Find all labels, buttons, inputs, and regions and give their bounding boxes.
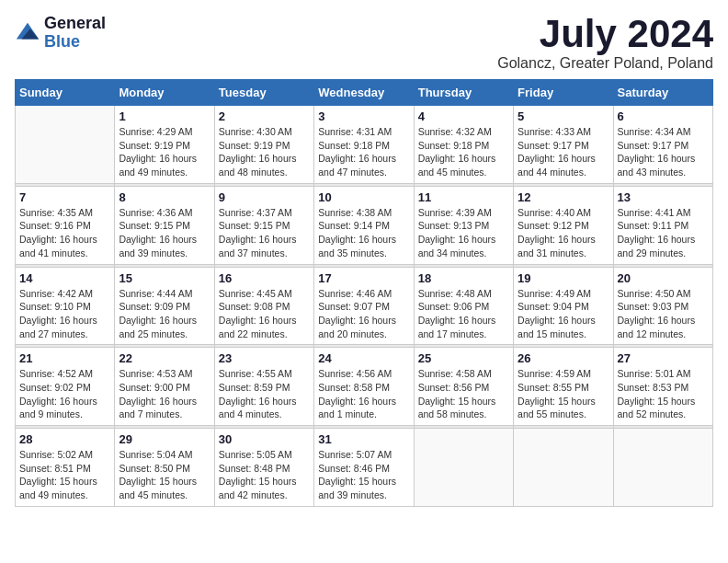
table-row: 21Sunrise: 4:52 AMSunset: 9:02 PMDayligh…	[16, 348, 115, 426]
table-row: 5Sunrise: 4:33 AMSunset: 9:17 PMDaylight…	[514, 106, 613, 184]
day-number: 17	[318, 271, 409, 285]
table-row: 24Sunrise: 4:56 AMSunset: 8:58 PMDayligh…	[314, 348, 414, 426]
day-info: Sunrise: 4:58 AMSunset: 8:56 PMDaylight:…	[418, 367, 509, 421]
table-row: 16Sunrise: 4:45 AMSunset: 9:08 PMDayligh…	[214, 267, 313, 345]
table-row: 29Sunrise: 5:04 AMSunset: 8:50 PMDayligh…	[115, 429, 214, 507]
table-row: 8Sunrise: 4:36 AMSunset: 9:15 PMDaylight…	[115, 186, 214, 264]
day-info: Sunrise: 4:59 AMSunset: 8:55 PMDaylight:…	[518, 367, 609, 421]
day-info: Sunrise: 4:40 AMSunset: 9:12 PMDaylight:…	[518, 206, 609, 260]
col-tuesday: Tuesday	[214, 80, 313, 106]
calendar-header-row: Sunday Monday Tuesday Wednesday Thursday…	[16, 80, 713, 106]
day-number: 25	[418, 351, 509, 365]
day-info: Sunrise: 5:02 AMSunset: 8:51 PMDaylight:…	[19, 448, 110, 502]
day-info: Sunrise: 4:56 AMSunset: 8:58 PMDaylight:…	[318, 367, 409, 421]
day-info: Sunrise: 5:05 AMSunset: 8:48 PMDaylight:…	[219, 448, 310, 502]
day-number: 4	[418, 109, 509, 123]
day-info: Sunrise: 4:32 AMSunset: 9:18 PMDaylight:…	[418, 125, 509, 179]
col-wednesday: Wednesday	[314, 80, 414, 106]
table-row: 15Sunrise: 4:44 AMSunset: 9:09 PMDayligh…	[115, 267, 214, 345]
day-number: 16	[219, 271, 310, 285]
day-number: 30	[219, 432, 310, 446]
day-info: Sunrise: 4:31 AMSunset: 9:18 PMDaylight:…	[318, 125, 409, 179]
calendar-table: Sunday Monday Tuesday Wednesday Thursday…	[15, 79, 713, 507]
day-number: 20	[618, 271, 709, 285]
col-saturday: Saturday	[613, 80, 712, 106]
table-row: 12Sunrise: 4:40 AMSunset: 9:12 PMDayligh…	[514, 186, 613, 264]
day-info: Sunrise: 4:30 AMSunset: 9:19 PMDaylight:…	[219, 125, 310, 179]
table-row: 31Sunrise: 5:07 AMSunset: 8:46 PMDayligh…	[314, 429, 414, 507]
table-row: 17Sunrise: 4:46 AMSunset: 9:07 PMDayligh…	[314, 267, 414, 345]
table-row: 27Sunrise: 5:01 AMSunset: 8:53 PMDayligh…	[613, 348, 712, 426]
table-row	[16, 106, 115, 184]
logo-blue: Blue	[44, 33, 106, 52]
day-info: Sunrise: 5:01 AMSunset: 8:53 PMDaylight:…	[618, 367, 709, 421]
calendar-week-row: 28Sunrise: 5:02 AMSunset: 8:51 PMDayligh…	[16, 429, 713, 507]
day-info: Sunrise: 4:46 AMSunset: 9:07 PMDaylight:…	[318, 287, 409, 341]
col-thursday: Thursday	[414, 80, 513, 106]
col-monday: Monday	[115, 80, 214, 106]
table-row: 30Sunrise: 5:05 AMSunset: 8:48 PMDayligh…	[214, 429, 313, 507]
day-number: 14	[19, 271, 110, 285]
day-number: 8	[119, 190, 210, 204]
day-number: 3	[318, 109, 409, 123]
day-number: 5	[518, 109, 609, 123]
table-row: 6Sunrise: 4:34 AMSunset: 9:17 PMDaylight…	[613, 106, 712, 184]
day-number: 6	[618, 109, 709, 123]
day-info: Sunrise: 4:37 AMSunset: 9:15 PMDaylight:…	[219, 206, 310, 260]
table-row: 22Sunrise: 4:53 AMSunset: 9:00 PMDayligh…	[115, 348, 214, 426]
table-row: 20Sunrise: 4:50 AMSunset: 9:03 PMDayligh…	[613, 267, 712, 345]
table-row	[414, 429, 513, 507]
table-row: 3Sunrise: 4:31 AMSunset: 9:18 PMDaylight…	[314, 106, 414, 184]
day-info: Sunrise: 5:07 AMSunset: 8:46 PMDaylight:…	[318, 448, 409, 502]
calendar-week-row: 7Sunrise: 4:35 AMSunset: 9:16 PMDaylight…	[16, 186, 713, 264]
table-row: 25Sunrise: 4:58 AMSunset: 8:56 PMDayligh…	[414, 348, 513, 426]
logo-icon	[15, 20, 40, 46]
day-number: 29	[119, 432, 210, 446]
day-number: 27	[618, 351, 709, 365]
table-row: 19Sunrise: 4:49 AMSunset: 9:04 PMDayligh…	[514, 267, 613, 345]
day-number: 12	[518, 190, 609, 204]
table-row: 2Sunrise: 4:30 AMSunset: 9:19 PMDaylight…	[214, 106, 313, 184]
day-info: Sunrise: 4:38 AMSunset: 9:14 PMDaylight:…	[318, 206, 409, 260]
day-info: Sunrise: 4:49 AMSunset: 9:04 PMDaylight:…	[518, 287, 609, 341]
month-title: July 2024	[497, 15, 713, 53]
day-info: Sunrise: 4:55 AMSunset: 8:59 PMDaylight:…	[219, 367, 310, 421]
day-number: 10	[318, 190, 409, 204]
day-info: Sunrise: 5:04 AMSunset: 8:50 PMDaylight:…	[119, 448, 210, 502]
table-row	[514, 429, 613, 507]
table-row: 1Sunrise: 4:29 AMSunset: 9:19 PMDaylight…	[115, 106, 214, 184]
day-number: 26	[518, 351, 609, 365]
day-number: 1	[119, 109, 210, 123]
day-info: Sunrise: 4:52 AMSunset: 9:02 PMDaylight:…	[19, 367, 110, 421]
table-row: 13Sunrise: 4:41 AMSunset: 9:11 PMDayligh…	[613, 186, 712, 264]
table-row: 14Sunrise: 4:42 AMSunset: 9:10 PMDayligh…	[16, 267, 115, 345]
day-info: Sunrise: 4:53 AMSunset: 9:00 PMDaylight:…	[119, 367, 210, 421]
day-number: 7	[19, 190, 110, 204]
day-number: 22	[119, 351, 210, 365]
table-row: 26Sunrise: 4:59 AMSunset: 8:55 PMDayligh…	[514, 348, 613, 426]
day-number: 28	[19, 432, 110, 446]
title-section: July 2024 Golancz, Greater Poland, Polan…	[497, 15, 713, 72]
day-info: Sunrise: 4:44 AMSunset: 9:09 PMDaylight:…	[119, 287, 210, 341]
page-header: General Blue July 2024 Golancz, Greater …	[15, 15, 713, 72]
day-info: Sunrise: 4:29 AMSunset: 9:19 PMDaylight:…	[119, 125, 210, 179]
day-info: Sunrise: 4:42 AMSunset: 9:10 PMDaylight:…	[19, 287, 110, 341]
day-number: 18	[418, 271, 509, 285]
day-number: 15	[119, 271, 210, 285]
day-info: Sunrise: 4:41 AMSunset: 9:11 PMDaylight:…	[618, 206, 709, 260]
table-row: 23Sunrise: 4:55 AMSunset: 8:59 PMDayligh…	[214, 348, 313, 426]
table-row: 10Sunrise: 4:38 AMSunset: 9:14 PMDayligh…	[314, 186, 414, 264]
day-number: 13	[618, 190, 709, 204]
day-number: 2	[219, 109, 310, 123]
table-row: 18Sunrise: 4:48 AMSunset: 9:06 PMDayligh…	[414, 267, 513, 345]
day-info: Sunrise: 4:35 AMSunset: 9:16 PMDaylight:…	[19, 206, 110, 260]
table-row: 4Sunrise: 4:32 AMSunset: 9:18 PMDaylight…	[414, 106, 513, 184]
day-info: Sunrise: 4:45 AMSunset: 9:08 PMDaylight:…	[219, 287, 310, 341]
day-info: Sunrise: 4:39 AMSunset: 9:13 PMDaylight:…	[418, 206, 509, 260]
table-row: 9Sunrise: 4:37 AMSunset: 9:15 PMDaylight…	[214, 186, 313, 264]
col-sunday: Sunday	[16, 80, 115, 106]
table-row: 28Sunrise: 5:02 AMSunset: 8:51 PMDayligh…	[16, 429, 115, 507]
day-info: Sunrise: 4:33 AMSunset: 9:17 PMDaylight:…	[518, 125, 609, 179]
col-friday: Friday	[514, 80, 613, 106]
day-number: 9	[219, 190, 310, 204]
